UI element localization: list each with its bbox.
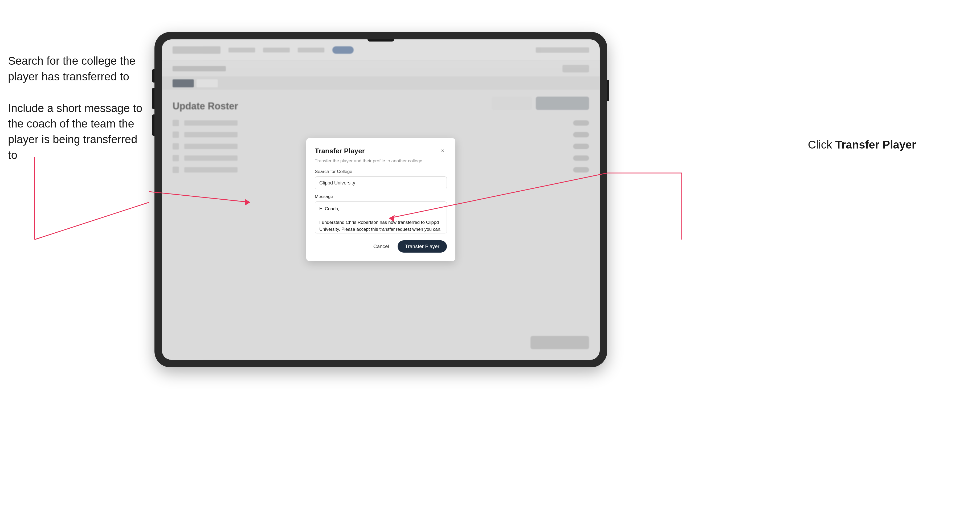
ipad-frame: Update Roster	[154, 32, 607, 367]
svg-line-3	[35, 202, 149, 240]
modal-close-button[interactable]: ×	[438, 147, 447, 155]
modal-overlay: Transfer Player × Transfer the player an…	[162, 40, 600, 360]
cancel-button[interactable]: Cancel	[369, 241, 393, 252]
ipad-screen: Update Roster	[162, 40, 600, 360]
modal-subtitle: Transfer the player and their profile to…	[315, 158, 447, 163]
annotation-left-text-2: Include a short message to the coach of …	[8, 101, 146, 163]
modal-title: Transfer Player	[315, 147, 365, 155]
ipad-button-power	[607, 80, 609, 101]
annotation-right: Click Transfer Player	[808, 138, 916, 151]
annotation-right-prefix: Click	[808, 138, 835, 151]
ipad-camera	[368, 40, 394, 41]
message-textarea[interactable]	[315, 202, 447, 233]
transfer-player-button[interactable]: Transfer Player	[398, 240, 447, 252]
college-search-input[interactable]	[315, 176, 447, 189]
transfer-player-modal: Transfer Player × Transfer the player an…	[306, 138, 455, 261]
annotation-left-text-1: Search for the college the player has tr…	[8, 53, 146, 85]
annotation-right-bold: Transfer Player	[835, 138, 916, 151]
modal-footer: Cancel Transfer Player	[315, 240, 447, 252]
modal-header: Transfer Player ×	[315, 147, 447, 155]
message-field-label: Message	[315, 194, 447, 199]
annotation-left: Search for the college the player has tr…	[8, 53, 146, 179]
college-field-label: Search for College	[315, 169, 447, 174]
ipad-button-mute	[152, 69, 154, 83]
ipad-button-vol-up	[152, 88, 154, 109]
ipad-button-vol-down	[152, 114, 154, 136]
